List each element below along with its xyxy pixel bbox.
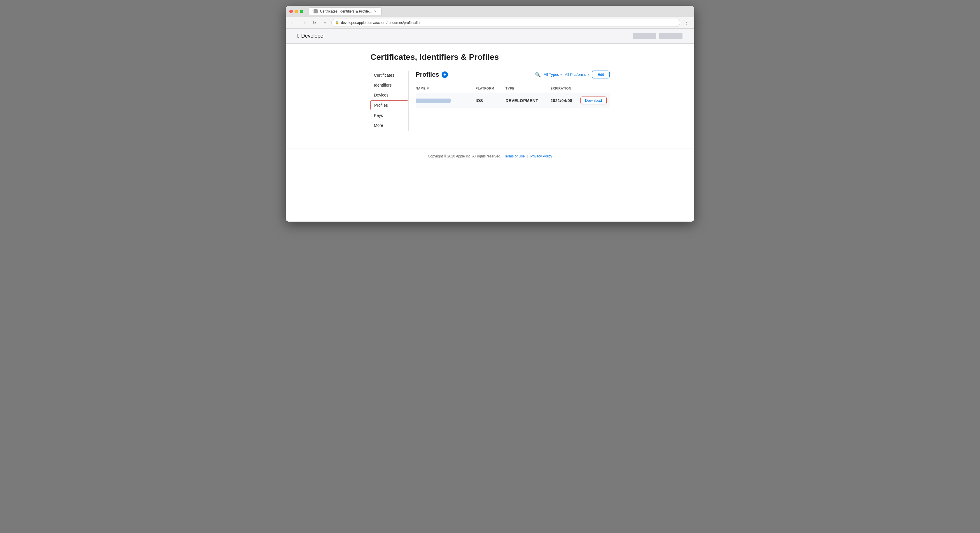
sidebar: Certificates Identifiers Devices Profile… bbox=[371, 70, 408, 130]
sidebar-item-identifiers[interactable]: Identifiers bbox=[371, 81, 408, 90]
close-button[interactable] bbox=[290, 10, 293, 13]
header-user-btn2 bbox=[659, 33, 682, 39]
col-header-platform: PLATFORM bbox=[476, 87, 506, 91]
terms-of-use-link[interactable]: Terms of Use bbox=[504, 154, 525, 158]
content-layout: Certificates Identifiers Devices Profile… bbox=[371, 70, 609, 130]
tab-title: Certificates, Identifiers & Profile... bbox=[320, 10, 372, 13]
sidebar-item-devices[interactable]: Devices bbox=[371, 91, 408, 100]
panel-controls: 🔍 All Types ∨ All Platforms ∨ Edit bbox=[535, 70, 609, 78]
all-platforms-dropdown[interactable]: All Platforms ∨ bbox=[565, 72, 589, 77]
tab-favicon bbox=[313, 10, 318, 13]
browser-content:  Developer Certificates, Identifiers & … bbox=[286, 29, 694, 221]
main-panel: Profiles + 🔍 All Types ∨ All Platforms bbox=[408, 70, 609, 130]
url-text: developer.apple.com/account/resources/pr… bbox=[341, 21, 420, 25]
panel-title-area: Profiles + bbox=[415, 71, 448, 78]
browser-window: Certificates, Identifiers & Profile... ✕… bbox=[286, 6, 694, 221]
add-profile-button[interactable]: + bbox=[442, 72, 448, 78]
table-row: iOS Development 2021/04/08 Download bbox=[415, 93, 609, 108]
titlebar: Certificates, Identifiers & Profile... ✕… bbox=[286, 6, 694, 17]
sidebar-item-keys[interactable]: Keys bbox=[371, 111, 408, 120]
sidebar-item-profiles[interactable]: Profiles bbox=[371, 100, 408, 110]
apple-logo-icon:  bbox=[298, 33, 299, 39]
cell-action: Download bbox=[581, 97, 609, 104]
cell-type: Development bbox=[506, 98, 550, 103]
traffic-lights bbox=[290, 10, 303, 13]
browser-toolbar: ← → ↻ ⌂ 🔒 developer.apple.com/account/re… bbox=[286, 17, 694, 29]
main-content: Certificates, Identifiers & Profiles Cer… bbox=[359, 44, 621, 148]
search-button[interactable]: 🔍 bbox=[535, 72, 541, 77]
panel-header: Profiles + 🔍 All Types ∨ All Platforms bbox=[415, 70, 609, 78]
header-user-area bbox=[633, 33, 682, 39]
all-types-label: All Types bbox=[544, 72, 559, 77]
all-types-dropdown[interactable]: All Types ∨ bbox=[544, 72, 562, 77]
col-header-name: NAME ∨ bbox=[415, 87, 476, 91]
profile-name-placeholder bbox=[415, 99, 450, 103]
minimize-button[interactable] bbox=[294, 10, 298, 13]
all-types-chevron: ∨ bbox=[560, 73, 562, 76]
new-tab-button[interactable]: + bbox=[383, 8, 390, 15]
footer-links: Terms of Use | Privacy Policy bbox=[504, 154, 552, 158]
refresh-button[interactable]: ↻ bbox=[310, 19, 318, 27]
header-user-btn1 bbox=[633, 33, 656, 39]
page-title: Certificates, Identifiers & Profiles bbox=[371, 53, 609, 62]
col-header-type: TYPE bbox=[506, 87, 550, 91]
download-button[interactable]: Download bbox=[581, 97, 607, 104]
all-platforms-label: All Platforms bbox=[565, 72, 586, 77]
lock-icon: 🔒 bbox=[335, 21, 339, 24]
more-options-button[interactable]: ⋮ bbox=[682, 19, 690, 27]
cell-platform: iOS bbox=[476, 98, 506, 103]
cell-expiration: 2021/04/08 bbox=[550, 98, 581, 103]
edit-button[interactable]: Edit bbox=[592, 70, 609, 78]
brand-text: Developer bbox=[301, 33, 325, 39]
forward-button[interactable]: → bbox=[300, 19, 308, 27]
copyright-text: Copyright © 2020 Apple Inc. All rights r… bbox=[428, 154, 501, 158]
fullscreen-button[interactable] bbox=[300, 10, 303, 13]
all-platforms-chevron: ∨ bbox=[587, 73, 589, 76]
apple-header:  Developer bbox=[286, 29, 694, 44]
address-bar[interactable]: 🔒 developer.apple.com/account/resources/… bbox=[331, 19, 680, 27]
tab-bar: Certificates, Identifiers & Profile... ✕… bbox=[309, 7, 690, 15]
cell-name bbox=[415, 99, 476, 103]
footer-divider: | bbox=[527, 154, 528, 158]
tab-close-icon[interactable]: ✕ bbox=[374, 10, 377, 13]
logo-area:  Developer bbox=[298, 33, 325, 39]
sidebar-item-more[interactable]: More bbox=[371, 121, 408, 130]
active-tab[interactable]: Certificates, Identifiers & Profile... ✕ bbox=[309, 7, 382, 15]
sidebar-item-certificates[interactable]: Certificates bbox=[371, 70, 408, 80]
page-footer: Copyright © 2020 Apple Inc. All rights r… bbox=[286, 148, 694, 164]
col-header-expiration: EXPIRATION bbox=[550, 87, 581, 91]
panel-title: Profiles bbox=[415, 71, 439, 78]
col-header-action bbox=[581, 87, 609, 91]
home-button[interactable]: ⌂ bbox=[321, 19, 329, 27]
back-button[interactable]: ← bbox=[290, 19, 298, 27]
table-header: NAME ∨ PLATFORM TYPE EXPIRATION bbox=[415, 84, 609, 93]
privacy-policy-link[interactable]: Privacy Policy bbox=[530, 154, 552, 158]
